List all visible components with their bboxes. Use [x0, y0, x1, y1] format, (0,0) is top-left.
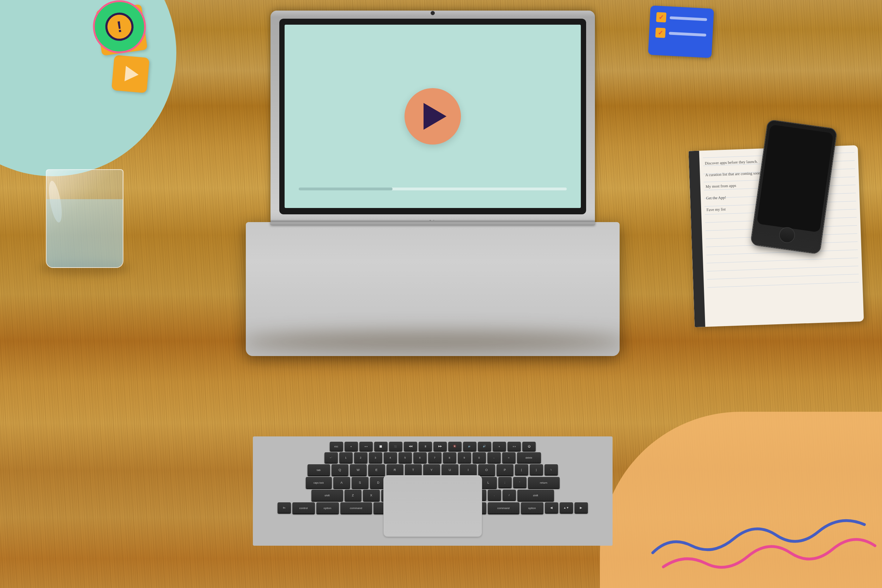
progress-bar[interactable]: [299, 188, 567, 190]
laptop-shadow: [239, 332, 627, 352]
key-2[interactable]: 2: [354, 452, 368, 463]
key-f6[interactable]: ⏸: [419, 442, 432, 451]
check-line-2: [669, 32, 706, 37]
key-slash[interactable]: /: [503, 490, 516, 500]
phone-home-button[interactable]: [778, 226, 796, 244]
key-shift-left[interactable]: shift: [311, 490, 343, 501]
key-f1[interactable]: ✦: [344, 442, 358, 451]
water-glass: [35, 134, 134, 268]
key-5[interactable]: 5: [398, 452, 412, 463]
trackpad[interactable]: [383, 475, 482, 537]
key-tab[interactable]: tab: [308, 464, 330, 476]
play-icon: [424, 103, 446, 130]
key-6[interactable]: 6: [413, 452, 427, 463]
progress-fill: [299, 188, 392, 190]
checklist-item-1: ✓: [656, 12, 707, 24]
key-option-right[interactable]: option: [521, 502, 544, 514]
play-sticker: [111, 55, 150, 93]
key-i[interactable]: I: [460, 464, 477, 476]
laptop-screen-outer: Air: [270, 10, 595, 222]
key-o[interactable]: O: [478, 464, 495, 476]
key-command-left[interactable]: command: [340, 502, 372, 514]
scribble-decoration: [635, 447, 882, 588]
key-lbracket[interactable]: [: [515, 464, 528, 475]
key-equals[interactable]: =: [502, 452, 515, 463]
key-backslash[interactable]: \: [544, 464, 558, 475]
key-f9[interactable]: 🔉: [463, 442, 476, 451]
scene: Air esc ✦ ✦✦ ⬜ ⬛ ◀◀ ⏸ ▶▶ 🔇 🔉: [0, 0, 882, 588]
key-f11[interactable]: ☀: [493, 442, 506, 451]
keyboard: esc ✦ ✦✦ ⬜ ⬛ ◀◀ ⏸ ▶▶ 🔇 🔉 🔊 ☀ ☀☀ ⏻: [253, 436, 613, 546]
key-caps-lock[interactable]: caps lock: [306, 477, 332, 488]
key-l[interactable]: L: [480, 477, 497, 488]
video-player[interactable]: [285, 25, 581, 208]
water-fill: [47, 199, 123, 267]
keyboard-row-num: ~` 1 2 3 4 5 6 7 8 9 0 - = delete: [258, 452, 607, 463]
key-z[interactable]: Z: [344, 490, 362, 501]
key-f12[interactable]: ☀☀: [508, 442, 521, 451]
key-period[interactable]: .: [488, 490, 501, 500]
key-f8[interactable]: 🔇: [448, 442, 461, 451]
key-u[interactable]: U: [442, 464, 458, 476]
key-arrow-right[interactable]: ►: [574, 502, 588, 513]
key-q[interactable]: Q: [332, 464, 349, 476]
key-semicolon[interactable]: ;: [498, 477, 512, 488]
checklist-item-2: ✓: [655, 27, 706, 40]
key-control[interactable]: control: [292, 502, 315, 514]
key-rbracket[interactable]: ]: [530, 464, 543, 475]
key-r[interactable]: R: [386, 464, 403, 476]
key-0[interactable]: 0: [473, 452, 486, 463]
key-f10[interactable]: 🔊: [478, 442, 491, 451]
key-e[interactable]: E: [368, 464, 385, 476]
key-f3[interactable]: ⬜: [374, 442, 388, 451]
checkbox-2: ✓: [655, 27, 666, 38]
laptop: Air esc ✦ ✦✦ ⬜ ⬛ ◀◀ ⏸ ▶▶ 🔇 🔉: [221, 10, 644, 434]
key-a[interactable]: A: [333, 477, 350, 488]
key-s[interactable]: S: [352, 477, 368, 488]
key-8[interactable]: 8: [443, 452, 456, 463]
keyboard-row-fn: esc ✦ ✦✦ ⬜ ⬛ ◀◀ ⏸ ▶▶ 🔇 🔉 🔊 ☀ ☀☀ ⏻: [258, 442, 607, 451]
checkbox-1: ✓: [656, 12, 666, 22]
key-quote[interactable]: ': [513, 477, 526, 488]
key-command-right[interactable]: command: [488, 502, 520, 514]
key-9[interactable]: 9: [458, 452, 471, 463]
key-option-left[interactable]: option: [316, 502, 339, 514]
key-4[interactable]: 4: [384, 452, 397, 463]
check-line-1: [670, 16, 707, 21]
laptop-webcam: [431, 11, 435, 15]
phone-screen: [756, 124, 833, 232]
key-f4[interactable]: ⬛: [389, 442, 403, 451]
alert-icon: !: [103, 11, 135, 43]
keyboard-row-q: tab Q W E R T Y U I O P [ ] \: [258, 464, 607, 476]
key-minus[interactable]: -: [487, 452, 501, 463]
key-x[interactable]: X: [363, 490, 380, 501]
key-3[interactable]: 3: [369, 452, 382, 463]
play-button[interactable]: [404, 88, 461, 144]
key-arrow-updown[interactable]: ▲▼: [560, 502, 573, 513]
key-f7[interactable]: ▶▶: [433, 442, 447, 451]
laptop-display: [285, 25, 581, 208]
key-esc[interactable]: esc: [330, 442, 343, 451]
key-f5[interactable]: ◀◀: [404, 442, 417, 451]
key-fn[interactable]: fn: [278, 502, 291, 513]
key-1[interactable]: 1: [339, 452, 353, 463]
laptop-bezel: [279, 19, 586, 214]
glass-body: [46, 169, 123, 268]
key-w[interactable]: W: [350, 464, 367, 476]
key-arrow-left[interactable]: ◄: [545, 502, 558, 513]
checklist-sticker: ✓ ✓: [648, 5, 714, 58]
key-shift-right[interactable]: shift: [517, 490, 554, 501]
key-enter[interactable]: return: [528, 477, 560, 488]
key-t[interactable]: T: [405, 464, 422, 476]
key-backtick[interactable]: ~`: [325, 452, 338, 463]
key-f2[interactable]: ✦✦: [359, 442, 373, 451]
key-y[interactable]: Y: [423, 464, 440, 476]
key-p[interactable]: P: [497, 464, 514, 476]
play-icon-small: [125, 66, 139, 82]
key-7[interactable]: 7: [428, 452, 442, 463]
key-power[interactable]: ⏻: [522, 442, 536, 451]
key-delete[interactable]: delete: [517, 452, 541, 463]
laptop-hinge: [270, 220, 595, 225]
alert-sticker: !: [96, 4, 148, 56]
